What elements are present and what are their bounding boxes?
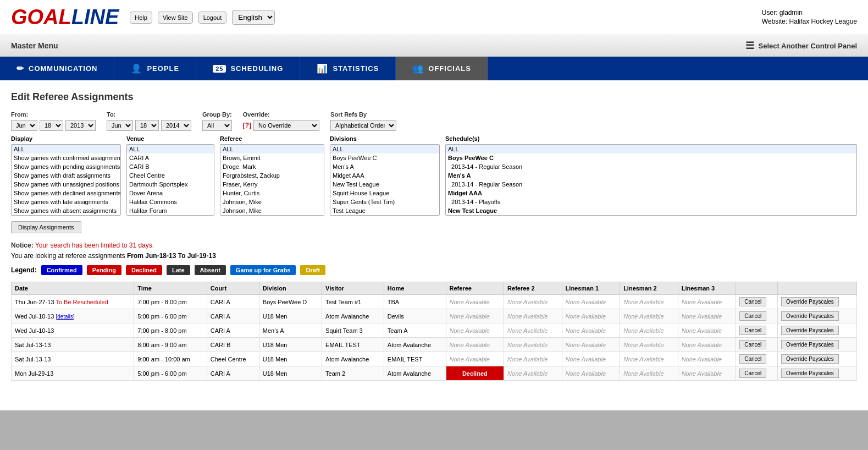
divisions-filter: Divisions ALL Boys PeeWee C Men's A Midg… [330, 135, 440, 216]
cell-linesman3: None Available [678, 338, 736, 352]
cancel-button[interactable]: Cancel [739, 311, 766, 321]
col-visitor: Visitor [322, 282, 384, 295]
cell-referee: Declined [446, 366, 504, 381]
cell-linesman3: None Available [678, 323, 736, 338]
schedules-listbox[interactable]: ALL Boys PeeWee C 2013-14 - Regular Seas… [445, 144, 857, 216]
people-icon: 👤 [131, 63, 142, 74]
logout-button[interactable]: Logout [198, 12, 227, 24]
logo: GOAL LINE [11, 6, 119, 29]
override-group: Override: [?] No Override [243, 111, 319, 131]
legend-declined: Declined [126, 265, 162, 275]
cell-date: Sat Jul-13-13 [12, 338, 134, 352]
from-day-select[interactable]: 18 [40, 120, 63, 131]
override-select[interactable]: No Override [253, 120, 319, 131]
cell-linesman1: None Available [562, 366, 620, 381]
nav-scheduling[interactable]: 25 SCHEDULING [196, 57, 300, 80]
override-question: [?] [243, 122, 251, 129]
nav-people[interactable]: 👤 PEOPLE [114, 57, 196, 80]
cell-home: Team A [384, 323, 446, 338]
select-panel-button[interactable]: ☰ Select Another Control Panel [745, 40, 857, 52]
cancel-button[interactable]: Cancel [739, 369, 766, 378]
statistics-icon: 📊 [317, 63, 328, 74]
cancel-button[interactable]: Cancel [739, 326, 766, 335]
referee-listbox[interactable]: ALL Brown, Emmit Droge, Mark Forgrabstes… [220, 144, 324, 216]
cell-time: 8:00 am - 9:00 am [134, 338, 207, 352]
override-button[interactable]: Override Payscales [781, 326, 839, 335]
table-row: Sat Jul-13-139:00 am - 10:00 amCheel Cen… [12, 352, 857, 366]
language-select[interactable]: English [232, 10, 275, 25]
divisions-listbox[interactable]: ALL Boys PeeWee C Men's A Midget AAA New… [330, 144, 440, 216]
cell-override: Override Payscales [778, 366, 857, 381]
select-panel-label: Select Another Control Panel [759, 42, 857, 50]
override-button[interactable]: Override Payscales [781, 297, 839, 306]
to-day-select[interactable]: 18 [135, 120, 159, 131]
venue-filter-label: Venue [126, 135, 214, 142]
cell-division: U18 Men [259, 352, 322, 366]
cancel-button[interactable]: Cancel [739, 340, 766, 349]
cell-linesman1: None Available [562, 309, 620, 323]
master-menu-bar: Master Menu ☰ Select Another Control Pan… [0, 35, 868, 57]
scheduling-badge: 25 [213, 65, 226, 73]
nav-communication-label: COMMUNICATION [29, 64, 97, 73]
cell-visitor: Atom Avalanche [322, 309, 384, 323]
communication-icon: ✏ [16, 63, 24, 74]
master-menu-title[interactable]: Master Menu [11, 41, 58, 50]
nav-officials[interactable]: 👥 OFFICIALS [396, 57, 488, 80]
cell-referee: None Available [446, 323, 504, 338]
nav-communication[interactable]: ✏ COMMUNICATION [0, 57, 114, 80]
col-home: Home [384, 282, 446, 295]
cell-time: 5:00 pm - 6:00 pm [134, 366, 207, 381]
cell-division: U18 Men [259, 309, 322, 323]
col-actions1 [736, 282, 778, 295]
display-assignments-button[interactable]: Display Assignments [11, 221, 81, 233]
cell-override: Override Payscales [778, 352, 857, 366]
cancel-button[interactable]: Cancel [739, 297, 766, 306]
display-listbox[interactable]: ALL Show games with confirmed assignment… [11, 144, 121, 216]
cell-override: Override Payscales [778, 295, 857, 309]
user-info: User: gladmin Website: Halifax Hockey Le… [762, 9, 857, 26]
cell-linesman3: None Available [678, 366, 736, 381]
cell-date: Thu Jun-27-13 To Be Rescheduled [12, 295, 134, 309]
from-year-select[interactable]: 2013 [65, 120, 96, 131]
website-name: Website: Halifax Hockey League [762, 18, 857, 25]
from-month-select[interactable]: Jun [11, 120, 37, 131]
cell-date: Sat Jul-13-13 [12, 352, 134, 366]
sort-group: Sort Refs By Alphabetical Order [330, 111, 396, 131]
cell-time: 5:00 pm - 6:00 pm [134, 309, 207, 323]
notice: Notice: Your search has been limited to … [11, 242, 857, 249]
cell-linesman3: None Available [678, 309, 736, 323]
cancel-button[interactable]: Cancel [739, 354, 766, 364]
to-year-select[interactable]: 2014 [161, 120, 191, 131]
cell-linesman2: None Available [620, 366, 678, 381]
schedules-filter-label: Schedule(s) [445, 135, 857, 142]
venue-listbox[interactable]: ALL CARI A CARI B Cheel Centre Dartmouth… [126, 144, 214, 216]
groupby-select[interactable]: All [202, 120, 232, 131]
to-month-select[interactable]: Jun [107, 120, 133, 131]
groupby-label: Group By: [202, 111, 232, 118]
cell-cancel: Cancel [736, 338, 778, 352]
override-button[interactable]: Override Payscales [781, 369, 839, 378]
details-link[interactable]: [details] [56, 314, 74, 320]
legend-confirmed: Confirmed [41, 265, 82, 275]
display-filter: Display ALL Show games with confirmed as… [11, 135, 121, 216]
viewsite-button[interactable]: View Site [158, 12, 193, 24]
sort-select[interactable]: Alphabetical Order [330, 120, 396, 131]
cell-time: 9:00 am - 10:00 am [134, 352, 207, 366]
override-button[interactable]: Override Payscales [781, 354, 839, 364]
cell-linesman2: None Available [620, 323, 678, 338]
cell-division: U18 Men [259, 366, 322, 381]
cell-referee2: None Available [504, 295, 562, 309]
referee-filter: Referee ALL Brown, Emmit Droge, Mark For… [220, 135, 324, 216]
col-referee2: Referee 2 [504, 282, 562, 295]
cell-cancel: Cancel [736, 366, 778, 381]
hamburger-icon: ☰ [745, 40, 754, 52]
cell-date: Mon Jul-29-13 [12, 366, 134, 381]
help-button[interactable]: Help [130, 12, 152, 24]
override-button[interactable]: Override Payscales [781, 311, 839, 321]
nav-statistics[interactable]: 📊 STATISTICS [300, 57, 396, 80]
cell-linesman1: None Available [562, 338, 620, 352]
nav-officials-label: OFFICIALS [428, 64, 471, 73]
cell-court: CARI A [207, 309, 259, 323]
cell-court: CARI A [207, 295, 259, 309]
override-button[interactable]: Override Payscales [781, 340, 839, 349]
